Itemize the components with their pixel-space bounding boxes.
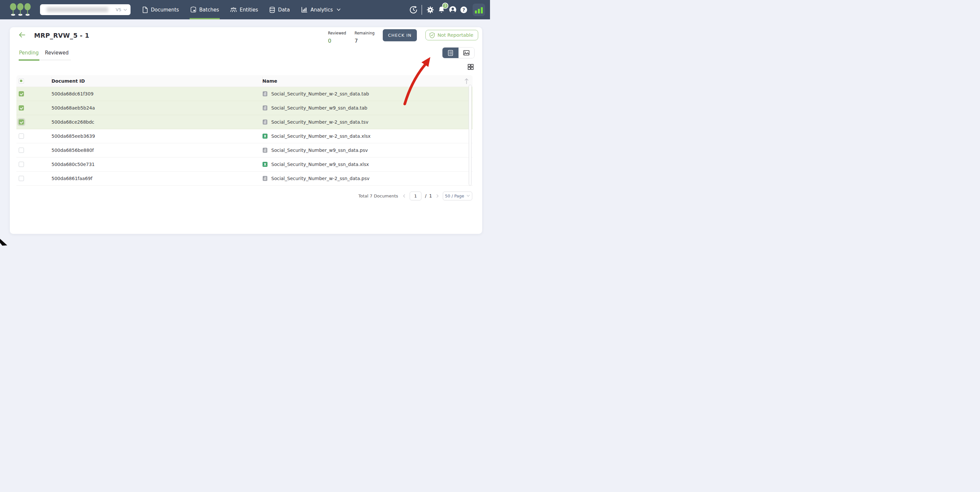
view-toggle [442, 47, 474, 58]
document-name-cell: Social_Security_Number_w-2_ssn_data.xlsx [271, 134, 371, 139]
row-checkbox[interactable] [19, 91, 24, 96]
text-file-icon [262, 91, 267, 96]
table-row[interactable]: 500da680c50e731 X Social_Security_Number… [16, 158, 473, 172]
page-separator: / [425, 193, 427, 199]
pagination: Total 7 Documents / 1 50 / Page [358, 191, 472, 201]
list-view-icon [447, 50, 453, 56]
table-row[interactable]: 500da6856be880f Social_Security_Number_w… [16, 143, 473, 158]
total-documents-label: Total 7 Documents [358, 194, 398, 199]
document-id-cell: 500da685eeb3639 [51, 134, 262, 139]
document-name-cell: Social_Security_Number_w-2_ssn_data.psv [271, 176, 370, 181]
help-icon[interactable]: ? [458, 6, 469, 14]
table-row[interactable]: 500da68ce268bdc Social_Security_Number_w… [16, 115, 473, 129]
column-header-name[interactable]: Name [262, 78, 473, 84]
nav-item-data[interactable]: Data [269, 0, 291, 19]
redacted-workspace-name [46, 7, 108, 12]
text-file-icon [262, 176, 267, 181]
chevron-down-icon [337, 8, 341, 11]
text-file-icon [262, 105, 267, 110]
row-checkbox[interactable] [19, 119, 24, 125]
table-row[interactable]: 500da68dc61f309 Social_Security_Number_w… [16, 87, 473, 101]
nav-item-entities[interactable]: Entities [229, 0, 259, 19]
stat-reviewed: Reviewed 0 [328, 31, 346, 44]
check-in-button[interactable]: CHECK IN [383, 29, 417, 41]
nav-item-documents[interactable]: Documents [142, 0, 180, 19]
chevron-right-icon[interactable] [436, 194, 439, 198]
analytics-icon [301, 6, 308, 13]
image-view-button[interactable] [458, 48, 474, 58]
documents-table: Document ID Name 500da68dc61f309 Social_… [16, 75, 473, 186]
topbar-divider [422, 5, 422, 15]
not-reportable-button[interactable]: Not Reportable [425, 30, 478, 40]
tab-active-indicator [19, 59, 39, 61]
document-name-cell: Social_Security_Number_w9_ssn_data.xlsx [271, 162, 369, 167]
svg-text:X: X [264, 134, 266, 138]
list-view-button[interactable] [442, 48, 458, 58]
tab-reviewed[interactable]: Reviewed [45, 50, 68, 56]
app-launcher-icon[interactable] [473, 3, 485, 16]
document-name-cell: Social_Security_Number_w-2_ssn_data.tab [271, 91, 369, 96]
shield-check-icon [430, 32, 435, 38]
table-row[interactable]: 500da685eeb3639 X Social_Security_Number… [16, 129, 473, 143]
table-header-row: Document ID Name [16, 75, 473, 87]
history-icon[interactable] [408, 5, 419, 14]
not-reportable-label: Not Reportable [438, 32, 473, 38]
select-all-checkbox[interactable] [19, 78, 24, 84]
svg-text:X: X [264, 162, 266, 166]
tab-pending[interactable]: Pending [19, 50, 39, 56]
table-row[interactable]: 500da6861faa69f Social_Security_Number_w… [16, 172, 473, 186]
row-checkbox[interactable] [19, 148, 24, 153]
chevron-down-icon [466, 194, 470, 197]
nav-item-batches[interactable]: Batches [189, 0, 220, 19]
three-trees-logo-icon[interactable] [9, 3, 32, 18]
row-checkbox[interactable] [19, 176, 24, 181]
document-icon [142, 6, 148, 13]
stat-remaining: Remaining 7 [355, 31, 375, 44]
excel-file-icon: X [262, 162, 267, 167]
data-icon [269, 6, 275, 13]
document-name-cell: Social_Security_Number_w-2_ssn_data.tsv [271, 119, 368, 125]
row-checkbox[interactable] [19, 105, 24, 110]
sort-ascending-icon[interactable] [464, 77, 469, 86]
text-file-icon [262, 119, 267, 125]
column-header-document-id[interactable]: Document ID [51, 78, 262, 84]
page-title: MRP_RVW_5 - 1 [34, 32, 89, 39]
table-scrollbar[interactable] [469, 84, 472, 186]
notification-bell-icon[interactable]: 3 [436, 6, 447, 14]
batches-icon [190, 6, 196, 13]
document-id-cell: 500da68ce268bdc [51, 119, 262, 125]
text-file-icon [262, 148, 267, 153]
chevron-left-icon[interactable] [402, 194, 406, 198]
settings-gear-icon[interactable] [425, 6, 436, 14]
workspace-selector[interactable]: V5 [40, 4, 130, 15]
table-row[interactable]: 500da68aeb5b24a Social_Security_Number_w… [16, 101, 473, 115]
user-avatar-icon[interactable] [447, 5, 458, 14]
topbar-actions: 3 ? [408, 0, 490, 19]
main-nav: Documents Batches Entities Data Analytic… [142, 0, 341, 19]
document-id-cell: 500da680c50e731 [51, 162, 262, 167]
stat-remaining-label: Remaining [355, 31, 375, 35]
page-size-select[interactable]: 50 / Page [443, 191, 472, 201]
cursor-pointer [0, 0, 10, 246]
entities-icon [230, 7, 237, 13]
stat-remaining-value: 7 [355, 38, 375, 44]
document-id-cell: 500da6861faa69f [51, 176, 262, 181]
nav-item-analytics[interactable]: Analytics [301, 0, 341, 19]
image-view-icon [463, 50, 470, 56]
page-size-value: 50 / Page [445, 194, 464, 199]
column-grid-icon[interactable] [468, 64, 474, 71]
document-id-cell: 500da68aeb5b24a [51, 105, 262, 110]
row-checkbox[interactable] [19, 134, 24, 139]
svg-text:?: ? [463, 7, 465, 13]
back-arrow-icon[interactable] [19, 32, 25, 39]
document-id-cell: 500da6856be880f [51, 148, 262, 153]
excel-file-icon: X [262, 134, 267, 139]
document-id-cell: 500da68dc61f309 [51, 91, 262, 96]
stat-reviewed-value: 0 [328, 38, 346, 44]
chevron-down-icon [123, 8, 127, 11]
row-checkbox[interactable] [19, 162, 24, 167]
document-name-cell: Social_Security_Number_w9_ssn_data.psv [271, 148, 368, 153]
column-divider [51, 77, 52, 85]
page-number-input[interactable] [410, 191, 422, 201]
top-navigation-bar: V5 Documents Batches Entities Data [0, 0, 490, 19]
